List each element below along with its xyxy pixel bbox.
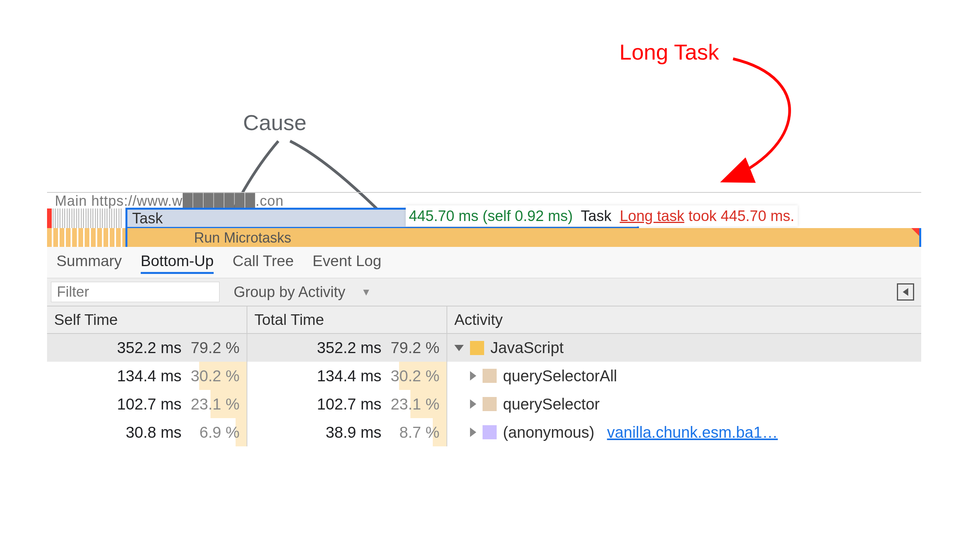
- flame-barcode-lower: [47, 228, 125, 247]
- devtools-panel: Main https://www.w███████.con Task Run M…: [47, 192, 921, 446]
- bottomup-toolbar: Group by Activity ▼: [47, 278, 921, 306]
- activity-name: querySelectorAll: [503, 367, 617, 385]
- table-row[interactable]: 134.4 ms30.2 %134.4 ms30.2 %querySelecto…: [47, 362, 921, 390]
- cell-self-time: 352.2 ms79.2 %: [47, 334, 247, 362]
- flame-long-task-marker: [47, 208, 52, 228]
- show-heaviest-stack-icon[interactable]: [897, 283, 914, 301]
- tooltip-duration: 445.70 ms (self 0.92 ms): [409, 208, 573, 224]
- details-tabs: Summary Bottom-Up Call Tree Event Log: [47, 247, 921, 278]
- cell-self-time: 102.7 ms23.1 %: [47, 390, 247, 418]
- disclosure-triangle-icon[interactable]: [470, 428, 476, 437]
- tab-summary[interactable]: Summary: [56, 252, 122, 274]
- cell-total-time: 102.7 ms23.1 %: [247, 390, 447, 418]
- activity-swatch-icon: [483, 369, 497, 383]
- annotation-long-task: Long Task: [619, 39, 719, 65]
- table-row[interactable]: 30.8 ms6.9 %38.9 ms8.7 %(anonymous) vani…: [47, 418, 921, 446]
- table-row[interactable]: 102.7 ms23.1 %102.7 ms23.1 %querySelecto…: [47, 390, 921, 418]
- disclosure-triangle-icon[interactable]: [470, 371, 476, 381]
- cell-total-time: 134.4 ms30.2 %: [247, 362, 447, 390]
- task-tooltip: 445.70 ms (self 0.92 ms) Task Long task …: [406, 205, 798, 227]
- cell-self-time: 134.4 ms30.2 %: [47, 362, 247, 390]
- table-row[interactable]: 352.2 ms79.2 %352.2 ms79.2 %JavaScript: [47, 334, 921, 362]
- flame-barcode-region: [53, 208, 123, 228]
- tab-bottom-up[interactable]: Bottom-Up: [141, 252, 214, 274]
- tooltip-warning-suffix: took 445.70 ms.: [684, 208, 795, 224]
- activity-name: (anonymous): [503, 424, 594, 441]
- flame-chart[interactable]: Main https://www.w███████.con Task Run M…: [47, 192, 921, 247]
- group-by-select[interactable]: Group by Activity: [234, 284, 345, 301]
- activity-name: JavaScript: [490, 339, 564, 357]
- disclosure-triangle-icon[interactable]: [454, 345, 464, 351]
- tab-call-tree[interactable]: Call Tree: [232, 252, 294, 274]
- activity-swatch-icon: [470, 341, 484, 355]
- filter-input[interactable]: [51, 282, 220, 302]
- activity-swatch-icon: [483, 425, 497, 439]
- flame-microtasks-bar[interactable]: Run Microtasks Timer Fired: [125, 228, 921, 247]
- cell-activity: querySelector: [447, 390, 921, 418]
- annotation-cause: Cause: [243, 110, 307, 135]
- cell-total-time: 352.2 ms79.2 %: [247, 334, 447, 362]
- cell-activity: querySelectorAll: [447, 362, 921, 390]
- disclosure-triangle-icon[interactable]: [470, 399, 476, 409]
- tooltip-type: Task: [581, 208, 612, 224]
- cell-self-time: 30.8 ms6.9 %: [47, 418, 247, 446]
- col-total-time[interactable]: Total Time: [247, 306, 447, 334]
- cell-activity: (anonymous) vanilla.chunk.esm.ba1…: [447, 418, 921, 446]
- tab-event-log[interactable]: Event Log: [312, 252, 381, 274]
- tooltip-long-task-link[interactable]: Long task: [620, 208, 684, 224]
- cell-activity: JavaScript: [447, 334, 921, 362]
- activity-name: querySelector: [503, 395, 600, 413]
- activity-swatch-icon: [483, 397, 497, 411]
- chevron-down-icon[interactable]: ▼: [361, 286, 371, 298]
- activity-source-link[interactable]: vanilla.chunk.esm.ba1…: [607, 424, 778, 441]
- cell-total-time: 38.9 ms8.7 %: [247, 418, 447, 446]
- col-self-time[interactable]: Self Time: [47, 306, 247, 334]
- bottomup-table: Self Time Total Time Activity 352.2 ms79…: [47, 306, 921, 446]
- col-activity[interactable]: Activity: [447, 306, 921, 334]
